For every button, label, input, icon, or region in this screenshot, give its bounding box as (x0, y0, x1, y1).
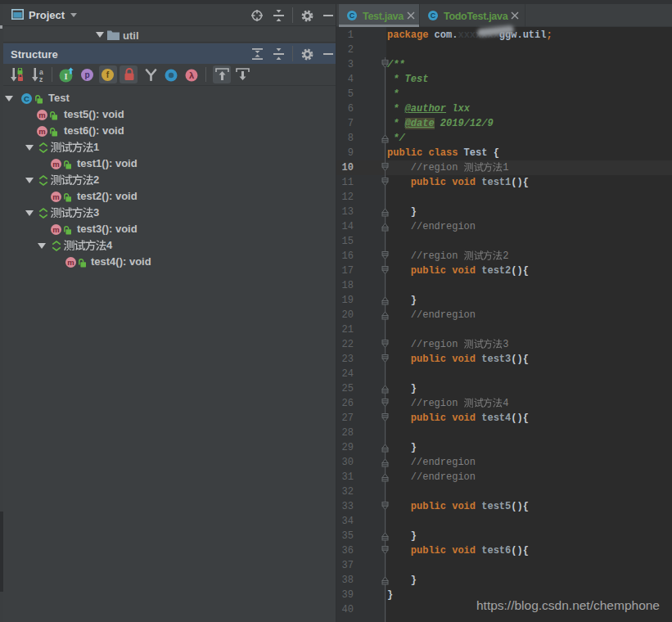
svg-text:z: z (39, 75, 43, 83)
svg-text:λ: λ (189, 70, 194, 80)
svg-text:I: I (64, 72, 67, 81)
